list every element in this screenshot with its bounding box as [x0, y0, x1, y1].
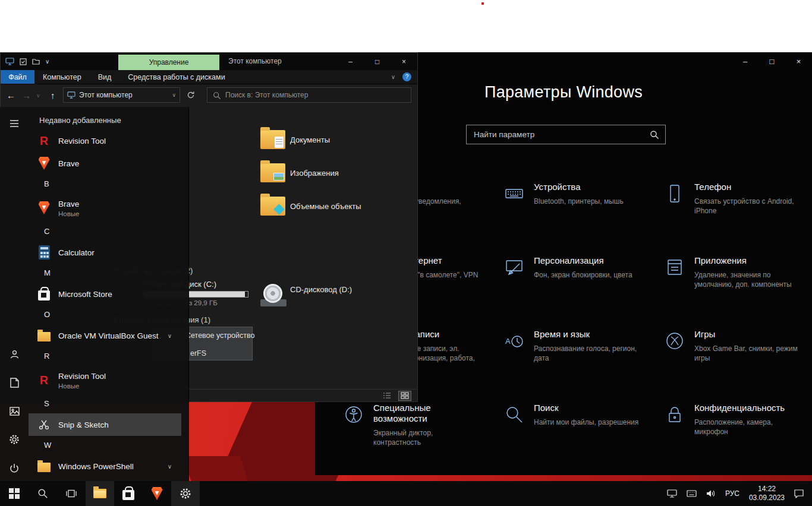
folder-pictures[interactable]: Изображения [260, 163, 339, 182]
start-item-brave[interactable]: Brave [29, 152, 181, 175]
qat-chevron-down-icon[interactable]: ∨ [45, 58, 49, 65]
minimize-icon[interactable]: – [337, 53, 364, 70]
ribbon-expand-chevron-icon[interactable]: ∨ [391, 74, 395, 80]
start-button[interactable] [0, 481, 29, 506]
close-icon[interactable]: × [391, 53, 417, 70]
breadcrumb[interactable]: Этот компьютер [79, 91, 133, 99]
language-indicator[interactable]: РУС [720, 481, 744, 506]
this-pc-icon [67, 91, 75, 99]
settings-tile-phone[interactable]: ТелефонСвязать устройство с Android, iPh… [660, 178, 812, 252]
start-item-windows-powershell[interactable]: Windows PowerShell ∨ [29, 455, 181, 477]
taskbar-file-explorer-button[interactable] [86, 481, 114, 506]
start-item-revision-tool-new[interactable]: R Revision Tool Новые [29, 366, 181, 394]
menu-view[interactable]: Вид [90, 70, 120, 84]
back-button[interactable]: ← [7, 84, 15, 106]
taskbar-search-button[interactable] [29, 481, 57, 506]
start-menu: Недавно добавленные R Revision Tool Brav… [0, 107, 189, 481]
start-item-microsoft-store[interactable]: Microsoft Store [29, 283, 181, 305]
thumbnails-view-icon [401, 392, 409, 399]
letter-section-b[interactable]: B [29, 175, 188, 194]
address-chevron-down-icon[interactable]: ∨ [172, 92, 176, 98]
microsoft-store-icon [122, 490, 134, 500]
qat-new-folder-icon[interactable] [32, 58, 40, 65]
thumbnails-view-button[interactable] [398, 391, 411, 401]
explorer-search-box[interactable] [207, 87, 411, 103]
settings-tile-gaming[interactable]: ИгрыXbox Game Bar, снимки, режим игры [660, 325, 812, 399]
settings-tile-privacy[interactable]: КонфиденциальностьРасположение, камера, … [660, 399, 812, 473]
volume-tray-icon[interactable] [701, 481, 720, 506]
microsoft-store-icon [37, 287, 51, 301]
letter-section-c[interactable]: C [29, 222, 188, 241]
start-item-calculator[interactable]: Calculator [29, 241, 181, 264]
brave-icon [37, 201, 51, 215]
user-account-icon[interactable] [0, 340, 29, 368]
letter-section-o[interactable]: O [29, 305, 188, 324]
settings-tile-devices[interactable]: УстройстваBluetooth, принтеры, мышь [499, 178, 660, 252]
qat-properties-icon[interactable] [20, 58, 27, 65]
close-icon[interactable]: × [785, 52, 812, 70]
forward-button[interactable]: → [22, 84, 31, 106]
maximize-icon[interactable]: □ [759, 52, 785, 70]
settings-tile-time-language[interactable]: А Время и языкРаспознавание голоса, реги… [499, 325, 660, 399]
details-view-button[interactable] [380, 391, 394, 401]
taskbar-brave-button[interactable] [143, 481, 171, 506]
menu-file[interactable]: Файл [1, 70, 34, 84]
maximize-icon[interactable]: □ [364, 53, 391, 70]
cd-drive-icon[interactable] [260, 282, 287, 308]
phone-icon [663, 182, 687, 205]
folder-3d-objects[interactable]: Объемные объекты [260, 197, 361, 216]
devices-icon [502, 182, 526, 205]
documents-icon[interactable] [0, 368, 29, 397]
explorer-search-input[interactable] [207, 88, 411, 102]
chevron-down-icon[interactable]: ∨ [168, 463, 172, 470]
taskbar-settings-button[interactable] [171, 481, 200, 506]
start-item-oracle-vm-folder[interactable]: Oracle VM VirtualBox Guest Addit ∨ [29, 324, 181, 347]
folder-icon [260, 163, 285, 182]
folder-documents[interactable]: Документы [260, 130, 330, 149]
settings-search-input[interactable] [467, 125, 665, 144]
start-item-brave-new[interactable]: Brave Новые [29, 194, 181, 222]
settings-tile-personalization[interactable]: ПерсонализацияФон, экран блокировки, цве… [499, 252, 660, 325]
manage-ribbon-tab[interactable]: Управление [118, 55, 219, 70]
quick-access-toolbar: ∨ [5, 53, 49, 70]
explorer-titlebar: ∨ Управление Этот компьютер – □ × [1, 53, 417, 70]
menu-drive-tools[interactable]: Средства работы с дисками [119, 70, 233, 84]
taskbar-microsoft-store-button[interactable] [114, 481, 143, 506]
minimize-icon[interactable]: – [732, 52, 759, 70]
letter-section-m[interactable]: M [29, 264, 188, 283]
calculator-icon [37, 245, 51, 260]
pictures-icon[interactable] [0, 397, 29, 425]
network-tray-icon[interactable] [662, 481, 682, 506]
start-item-snip-and-sketch[interactable]: Snip & Sketch [29, 413, 181, 436]
settings-gear-icon[interactable] [0, 425, 29, 454]
explorer-window-controls: – □ × [337, 53, 417, 70]
start-item-revision-tool[interactable]: R Revision Tool [29, 129, 181, 152]
refresh-icon[interactable] [186, 90, 196, 100]
start-app-list: Недавно добавленные R Revision Tool Brav… [29, 107, 188, 481]
help-icon[interactable]: ? [402, 72, 411, 81]
hamburger-menu-icon[interactable] [0, 109, 29, 138]
action-center-button[interactable] [789, 481, 808, 506]
history-chevron-icon[interactable]: ∨ [36, 84, 40, 106]
task-view-button[interactable] [57, 481, 86, 506]
search-icon [650, 130, 659, 140]
action-center-icon [794, 489, 804, 498]
revision-tool-icon: R [37, 373, 51, 387]
recently-added-header: Недавно добавленные [29, 112, 188, 129]
letter-section-s[interactable]: S [29, 394, 188, 413]
address-bar[interactable]: Этот компьютер ∨ [63, 87, 180, 103]
task-view-icon [66, 489, 77, 498]
letter-section-r[interactable]: R [29, 347, 188, 366]
letter-section-w[interactable]: W [29, 436, 188, 455]
settings-tile-search[interactable]: ПоискНайти мои файлы, разрешения [499, 399, 660, 473]
settings-tile-accessibility[interactable]: Специальные возможностиЭкранный диктор, … [339, 399, 499, 473]
power-icon[interactable] [0, 454, 29, 482]
settings-search-box[interactable] [466, 125, 666, 144]
touch-keyboard-tray-icon[interactable] [682, 481, 701, 506]
tray-clock[interactable]: 14:22 03.09.2023 [744, 481, 789, 506]
menu-computer[interactable]: Компьютер [34, 70, 90, 84]
chevron-down-icon[interactable]: ∨ [168, 333, 172, 339]
settings-tile-apps[interactable]: ПриложенияУдаление, значения по умолчани… [660, 252, 812, 325]
cd-drive-label[interactable]: CD-дисковод (D:) [290, 285, 352, 294]
up-button[interactable]: ↑ [51, 84, 55, 106]
